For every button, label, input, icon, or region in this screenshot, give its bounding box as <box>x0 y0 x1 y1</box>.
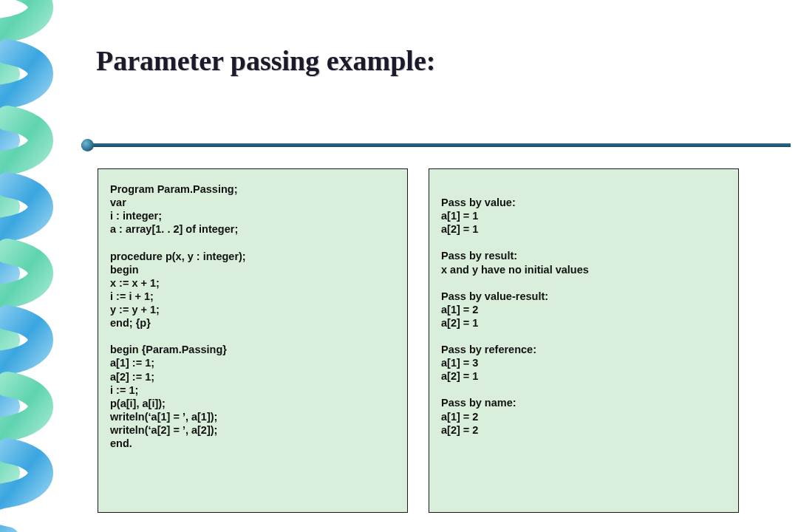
code-block: procedure p(x, y : integer); begin x := … <box>110 250 395 330</box>
code-block: Program Param.Passing; var i : integer; … <box>110 183 395 236</box>
result-block: Pass by name: a[1] = 2 a[2] = 2 <box>441 396 726 436</box>
slide: Parameter passing example: Program Param… <box>0 0 798 532</box>
title-divider <box>81 139 791 149</box>
code-block: begin {Param.Passing} a[1] := 1; a[2] :=… <box>110 343 395 450</box>
result-block: Pass by value-result: a[1] = 2 a[2] = 1 <box>441 290 726 330</box>
results-panel: Pass by value: a[1] = 1 a[2] = 1 Pass by… <box>429 168 739 513</box>
code-panel: Program Param.Passing; var i : integer; … <box>98 168 408 513</box>
slide-title: Parameter passing example: <box>96 44 435 77</box>
result-block: Pass by result: x and y have no initial … <box>441 249 726 276</box>
result-block: Pass by value: a[1] = 1 a[2] = 1 <box>441 196 726 236</box>
spiral-binding-decoration <box>0 0 66 532</box>
result-block: Pass by reference: a[1] = 3 a[2] = 1 <box>441 343 726 383</box>
